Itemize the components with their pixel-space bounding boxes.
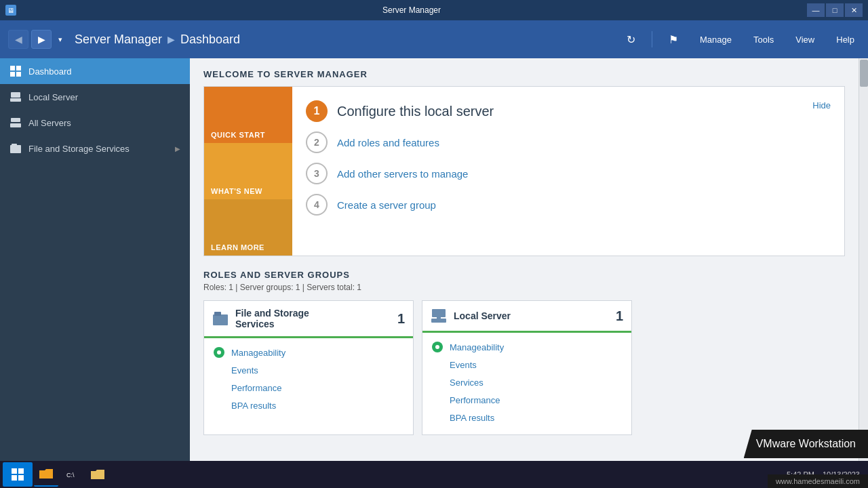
step-4[interactable]: 4 Create a server group <box>306 194 831 216</box>
file-storage-card-name: File and StorageServices <box>235 308 309 329</box>
scrollbar-rail[interactable] <box>859 58 868 488</box>
sidebar-item-dashboard[interactable]: Dashboard <box>0 58 190 84</box>
back-button[interactable]: ◀ <box>8 30 28 49</box>
step-4-number: 4 <box>306 194 328 216</box>
manage-button[interactable]: Manage <box>694 32 737 47</box>
file-storage-icon <box>9 142 22 155</box>
taskbar-explorer[interactable] <box>34 462 58 487</box>
sidebar-item-label: Local Server <box>28 92 180 102</box>
sidebar-item-file-storage[interactable]: File and Storage Services ▶ <box>0 136 190 161</box>
refresh-button[interactable]: ↻ <box>621 30 641 49</box>
local-server-manageability[interactable]: Manageability <box>431 338 623 356</box>
terminal-icon: C:\ <box>65 468 79 481</box>
svg-rect-11 <box>214 312 221 316</box>
whats-new-tile[interactable]: WHAT'S NEW <box>204 143 292 199</box>
green-status-icon <box>214 347 224 358</box>
file-storage-manageability[interactable]: Manageability <box>212 344 405 361</box>
local-server-role-card[interactable]: Local Server 1 Manageability <box>422 300 632 435</box>
performance-spacer <box>212 381 226 394</box>
main-content: WELCOME TO SERVER MANAGER QUICK START WH… <box>190 58 859 488</box>
file-storage-card-icon <box>212 310 229 327</box>
hide-link[interactable]: Hide <box>812 100 831 110</box>
file-storage-role-card[interactable]: File and StorageServices 1 Manageability <box>203 300 414 435</box>
chevron-right-icon: ▶ <box>175 145 180 152</box>
step-3[interactable]: 3 Add other servers to manage <box>306 163 831 184</box>
taskbar-terminal[interactable]: C:\ <box>60 462 84 487</box>
bpa-spacer <box>431 411 444 424</box>
taskbar: C:\ 5:42 PM 10/13/2023 <box>0 461 868 488</box>
title-bar-title: Server Manager <box>16 5 807 15</box>
close-button[interactable]: ✕ <box>845 3 863 17</box>
welcome-title: WELCOME TO SERVER MANAGER <box>203 69 845 79</box>
svg-rect-10 <box>213 314 228 325</box>
header-separator <box>652 31 652 47</box>
title-bar-controls: — □ ✕ <box>807 3 863 17</box>
header-tools: ↻ ⚑ Manage Tools View Help <box>621 30 860 49</box>
svg-text:C:\: C:\ <box>66 472 75 479</box>
scrollbar-thumb[interactable] <box>860 60 868 87</box>
local-server-services[interactable]: Services <box>431 373 623 391</box>
local-server-performance[interactable]: Performance <box>431 391 623 409</box>
step-2[interactable]: 2 Add roles and features <box>306 131 831 153</box>
sidebar-item-local-server[interactable]: Local Server <box>0 84 190 110</box>
local-server-card-body: Manageability Events Services <box>422 333 631 434</box>
step-1[interactable]: 1 Configure this local server <box>306 100 812 122</box>
minimize-button[interactable]: — <box>807 3 825 17</box>
step-2-number: 2 <box>306 131 328 153</box>
start-button[interactable] <box>3 462 33 487</box>
breadcrumb-app[interactable]: Server Manager <box>75 33 162 47</box>
step-4-link[interactable]: Create a server group <box>337 199 436 211</box>
explorer-icon <box>39 467 53 481</box>
taskbar-folder[interactable] <box>85 462 110 487</box>
tools-button[interactable]: Tools <box>748 32 779 47</box>
sidebar-item-all-servers[interactable]: All Servers <box>0 110 190 136</box>
vmware-tooltip-text: VMware Workstation <box>756 438 856 449</box>
breadcrumb-separator: ▶ <box>167 34 175 45</box>
svg-rect-14 <box>437 317 441 319</box>
file-storage-card-body: Manageability Events Performance <box>204 338 413 422</box>
welcome-section: WELCOME TO SERVER MANAGER QUICK START WH… <box>190 58 859 264</box>
manageability-label: Manageability <box>450 342 504 352</box>
website-text: www.hamedesmaeili.com <box>776 477 860 485</box>
view-button[interactable]: View <box>790 32 820 47</box>
app-icon: 🖥 <box>5 5 16 16</box>
services-spacer <box>431 375 444 389</box>
roles-grid: File and StorageServices 1 Manageability <box>203 300 845 435</box>
local-server-bpa[interactable]: BPA results <box>431 409 623 426</box>
svg-rect-12 <box>432 309 446 317</box>
vmware-tooltip: VMware Workstation <box>744 430 868 458</box>
all-servers-icon <box>9 117 22 129</box>
file-storage-events[interactable]: Events <box>212 361 405 379</box>
local-server-events[interactable]: Events <box>431 356 623 373</box>
green-status-icon <box>432 342 443 352</box>
maximize-button[interactable]: □ <box>826 3 844 17</box>
svg-rect-5 <box>10 98 21 102</box>
events-label: Events <box>450 360 477 370</box>
file-storage-bpa[interactable]: BPA results <box>212 396 405 414</box>
dropdown-button[interactable]: ▾ <box>54 30 66 49</box>
performance-spacer <box>431 393 444 407</box>
welcome-card: QUICK START WHAT'S NEW LEARN MORE Hide <box>203 86 845 256</box>
sidebar: Dashboard Local Server All Servers <box>0 58 190 488</box>
step-2-link[interactable]: Add roles and features <box>337 137 439 148</box>
performance-label: Performance <box>231 383 281 393</box>
file-storage-performance[interactable]: Performance <box>212 379 405 396</box>
local-server-card-header: Local Server 1 <box>422 301 631 333</box>
dashboard-icon <box>9 65 22 77</box>
flag-button[interactable]: ⚑ <box>663 30 684 49</box>
forward-button[interactable]: ▶ <box>31 30 52 49</box>
step-1-link[interactable]: Configure this local server <box>337 104 494 119</box>
svg-rect-7 <box>10 123 21 127</box>
local-server-title-area: Local Server <box>431 308 511 324</box>
manageability-label: Manageability <box>231 348 285 358</box>
local-server-card-icon <box>431 308 447 324</box>
content-area: Dashboard Local Server All Servers <box>0 58 868 488</box>
learn-more-tile[interactable]: LEARN MORE <box>204 199 292 256</box>
local-server-icon <box>9 91 22 103</box>
performance-label: Performance <box>450 395 500 405</box>
sidebar-item-label: Dashboard <box>28 66 180 77</box>
quick-start-tile[interactable]: QUICK START <box>204 87 292 143</box>
step-3-link[interactable]: Add other servers to manage <box>337 168 468 180</box>
file-storage-card-count: 1 <box>397 311 405 327</box>
help-button[interactable]: Help <box>831 32 860 47</box>
